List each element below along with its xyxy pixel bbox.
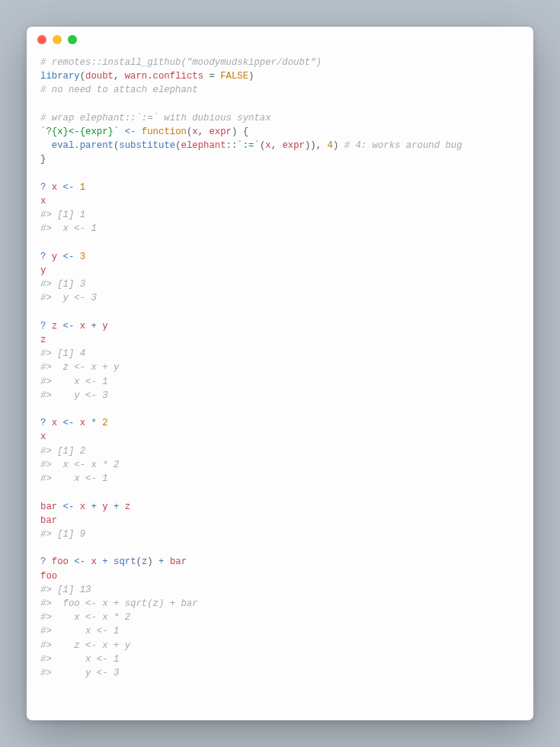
token-plain: )), [305, 140, 328, 151]
token-op: :: [226, 140, 238, 151]
token-plain: , [271, 140, 283, 151]
token-plain [74, 252, 79, 262]
code-line [40, 167, 520, 181]
code-line: } [40, 152, 520, 166]
code-line: ? z <- x + y [40, 319, 520, 333]
code-line: #> [1] 13 [40, 583, 520, 597]
token-cm: #> x <- x * 2 [40, 612, 130, 623]
token-var: x [91, 556, 96, 567]
token-cm: #> [1] 2 [40, 446, 85, 457]
token-plain [74, 321, 79, 332]
token-plain [108, 502, 114, 512]
token-arg: elephant [181, 140, 226, 151]
token-var: x [80, 321, 85, 332]
token-cm: #> x <- x * 2 [40, 460, 119, 470]
token-plain: ) { [232, 127, 248, 137]
token-cm: #> foo <- x + sqrt(z) + bar [40, 598, 198, 609]
token-arg: expr [282, 140, 305, 151]
token-plain: ( [175, 140, 181, 151]
token-cm: #> z <- x + y [40, 640, 130, 651]
code-line: ? foo <- x + sqrt(z) + bar [40, 555, 520, 569]
token-plain [85, 418, 91, 428]
token-arg: x [192, 127, 197, 137]
code-line: #> x <- 1 [40, 624, 520, 638]
token-plain: = [203, 71, 220, 82]
token-cm: #> [1] 4 [40, 348, 85, 359]
token-cm: #> [1] 3 [40, 279, 85, 290]
code-line: #> foo <- x + sqrt(z) + bar [40, 597, 520, 611]
token-plain: ( [136, 556, 142, 567]
token-plain [136, 127, 141, 137]
token-plain: ) [147, 556, 158, 567]
token-var: bar [40, 502, 57, 512]
token-kw: FALSE [220, 71, 248, 82]
close-icon[interactable] [37, 35, 46, 44]
code-line: #> [1] 4 [40, 347, 520, 361]
token-str: `?{x}<-{expr}` [40, 127, 119, 137]
token-cm: # remotes::install_github("moodymudskipp… [40, 57, 322, 68]
token-plain [46, 556, 51, 567]
code-line: #> [1] 2 [40, 444, 520, 458]
token-cm: #> x <- 1 [40, 626, 119, 636]
token-plain [74, 182, 79, 193]
code-line [40, 541, 520, 555]
token-kw: 1 [80, 182, 85, 193]
token-plain [46, 252, 51, 262]
code-line: ? x <- 1 [40, 181, 520, 194]
token-var: bar [40, 515, 57, 526]
token-cm: #> z <- x + y [40, 362, 119, 373]
token-plain [108, 556, 114, 567]
code-line: #> y <- 3 [40, 666, 520, 680]
token-var: y [40, 265, 46, 276]
minimize-icon[interactable] [53, 35, 62, 44]
token-op: <- [63, 252, 75, 262]
code-line: #> x <- 1 [40, 472, 520, 486]
token-var: y [102, 321, 107, 332]
token-fn: library [40, 71, 80, 82]
token-cm: #> y <- 3 [40, 390, 108, 401]
code-window: # remotes::install_github("moodymudskipp… [27, 27, 533, 720]
token-plain [85, 321, 91, 332]
token-arg: warn.conflicts [125, 71, 203, 82]
token-var: x [80, 502, 85, 512]
token-plain [165, 556, 170, 567]
token-op: + [102, 556, 107, 567]
token-cm: #> [1] 9 [40, 529, 85, 540]
token-var: z [40, 335, 46, 345]
code-line: z [40, 333, 520, 347]
token-fn: substitute [119, 140, 175, 151]
token-plain [74, 502, 79, 512]
code-line: #> x <- x * 2 [40, 458, 520, 472]
token-op: <- [63, 502, 75, 512]
code-line: #> y <- 3 [40, 291, 520, 305]
token-cm: #> [1] 1 [40, 210, 85, 220]
code-line: bar [40, 514, 520, 527]
code-line: # no need to attach elephant [40, 83, 520, 97]
code-line: bar <- x + y + z [40, 500, 520, 514]
code-line [40, 98, 520, 111]
token-plain: ) [248, 71, 254, 82]
token-cm: # 4: works around bug [344, 140, 462, 151]
token-var: foo [52, 556, 69, 567]
token-op: + [91, 502, 96, 512]
zoom-icon[interactable] [68, 35, 77, 44]
token-op: <- [63, 418, 75, 428]
code-line: #> z <- x + y [40, 639, 520, 652]
code-line: x [40, 194, 520, 208]
token-str: `:=` [237, 140, 260, 151]
token-op: <- [63, 182, 75, 193]
token-op: + [158, 556, 164, 567]
code-line: #> z <- x + y [40, 361, 520, 374]
token-op: + [91, 321, 97, 332]
token-op: <- [63, 321, 75, 332]
code-line: library(doubt, warn.conflicts = FALSE) [40, 69, 520, 83]
token-var: y [102, 502, 107, 512]
code-line: # wrap elephant::`:=` with dubious synta… [40, 111, 520, 125]
token-plain [57, 252, 62, 262]
token-plain: , [198, 127, 210, 137]
token-cm: #> x <- 1 [40, 473, 108, 484]
titlebar [27, 27, 533, 53]
token-arg: x [265, 140, 270, 151]
code-line: `?{x}<-{expr}` <- function(x, expr) { [40, 125, 520, 139]
code-line: eval.parent(substitute(elephant::`:=`(x,… [40, 139, 520, 152]
